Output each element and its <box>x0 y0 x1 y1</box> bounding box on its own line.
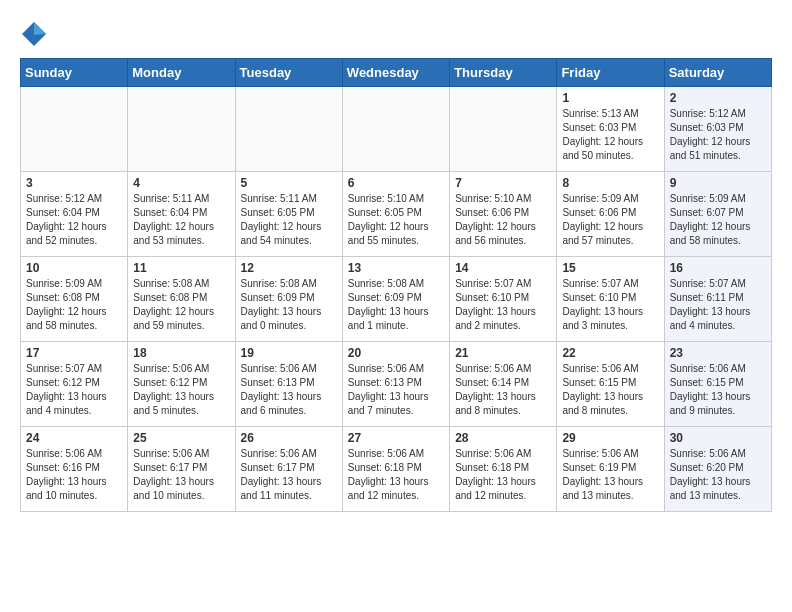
day-number: 20 <box>348 346 444 360</box>
cell-info: Sunrise: 5:06 AM Sunset: 6:17 PM Dayligh… <box>241 447 337 503</box>
day-header-sunday: Sunday <box>21 59 128 87</box>
calendar-cell: 19Sunrise: 5:06 AM Sunset: 6:13 PM Dayli… <box>235 342 342 427</box>
day-number: 24 <box>26 431 122 445</box>
day-number: 29 <box>562 431 658 445</box>
calendar-cell: 18Sunrise: 5:06 AM Sunset: 6:12 PM Dayli… <box>128 342 235 427</box>
day-number: 12 <box>241 261 337 275</box>
day-header-wednesday: Wednesday <box>342 59 449 87</box>
day-number: 2 <box>670 91 766 105</box>
logo <box>20 20 52 48</box>
cell-info: Sunrise: 5:06 AM Sunset: 6:14 PM Dayligh… <box>455 362 551 418</box>
day-header-friday: Friday <box>557 59 664 87</box>
cell-info: Sunrise: 5:09 AM Sunset: 6:06 PM Dayligh… <box>562 192 658 248</box>
day-number: 11 <box>133 261 229 275</box>
cell-info: Sunrise: 5:10 AM Sunset: 6:06 PM Dayligh… <box>455 192 551 248</box>
calendar-cell: 24Sunrise: 5:06 AM Sunset: 6:16 PM Dayli… <box>21 427 128 512</box>
day-number: 14 <box>455 261 551 275</box>
cell-info: Sunrise: 5:11 AM Sunset: 6:04 PM Dayligh… <box>133 192 229 248</box>
calendar-cell: 28Sunrise: 5:06 AM Sunset: 6:18 PM Dayli… <box>450 427 557 512</box>
calendar-cell: 3Sunrise: 5:12 AM Sunset: 6:04 PM Daylig… <box>21 172 128 257</box>
cell-info: Sunrise: 5:06 AM Sunset: 6:13 PM Dayligh… <box>241 362 337 418</box>
calendar-cell: 26Sunrise: 5:06 AM Sunset: 6:17 PM Dayli… <box>235 427 342 512</box>
calendar-table: SundayMondayTuesdayWednesdayThursdayFrid… <box>20 58 772 512</box>
day-header-monday: Monday <box>128 59 235 87</box>
calendar-cell: 27Sunrise: 5:06 AM Sunset: 6:18 PM Dayli… <box>342 427 449 512</box>
cell-info: Sunrise: 5:08 AM Sunset: 6:08 PM Dayligh… <box>133 277 229 333</box>
calendar-cell: 22Sunrise: 5:06 AM Sunset: 6:15 PM Dayli… <box>557 342 664 427</box>
svg-marker-1 <box>34 22 46 35</box>
day-number: 25 <box>133 431 229 445</box>
day-number: 9 <box>670 176 766 190</box>
cell-info: Sunrise: 5:10 AM Sunset: 6:05 PM Dayligh… <box>348 192 444 248</box>
cell-info: Sunrise: 5:06 AM Sunset: 6:19 PM Dayligh… <box>562 447 658 503</box>
cell-info: Sunrise: 5:07 AM Sunset: 6:10 PM Dayligh… <box>455 277 551 333</box>
calendar-cell: 20Sunrise: 5:06 AM Sunset: 6:13 PM Dayli… <box>342 342 449 427</box>
calendar-cell: 6Sunrise: 5:10 AM Sunset: 6:05 PM Daylig… <box>342 172 449 257</box>
day-number: 8 <box>562 176 658 190</box>
calendar-cell: 13Sunrise: 5:08 AM Sunset: 6:09 PM Dayli… <box>342 257 449 342</box>
day-number: 4 <box>133 176 229 190</box>
cell-info: Sunrise: 5:07 AM Sunset: 6:10 PM Dayligh… <box>562 277 658 333</box>
day-number: 30 <box>670 431 766 445</box>
header-row: SundayMondayTuesdayWednesdayThursdayFrid… <box>21 59 772 87</box>
day-number: 26 <box>241 431 337 445</box>
week-row-1: 1Sunrise: 5:13 AM Sunset: 6:03 PM Daylig… <box>21 87 772 172</box>
week-row-4: 17Sunrise: 5:07 AM Sunset: 6:12 PM Dayli… <box>21 342 772 427</box>
calendar-cell: 8Sunrise: 5:09 AM Sunset: 6:06 PM Daylig… <box>557 172 664 257</box>
day-number: 16 <box>670 261 766 275</box>
calendar-cell: 7Sunrise: 5:10 AM Sunset: 6:06 PM Daylig… <box>450 172 557 257</box>
calendar-cell: 23Sunrise: 5:06 AM Sunset: 6:15 PM Dayli… <box>664 342 771 427</box>
cell-info: Sunrise: 5:12 AM Sunset: 6:04 PM Dayligh… <box>26 192 122 248</box>
calendar-cell: 2Sunrise: 5:12 AM Sunset: 6:03 PM Daylig… <box>664 87 771 172</box>
week-row-5: 24Sunrise: 5:06 AM Sunset: 6:16 PM Dayli… <box>21 427 772 512</box>
cell-info: Sunrise: 5:06 AM Sunset: 6:15 PM Dayligh… <box>562 362 658 418</box>
day-number: 27 <box>348 431 444 445</box>
day-number: 23 <box>670 346 766 360</box>
day-number: 18 <box>133 346 229 360</box>
day-number: 5 <box>241 176 337 190</box>
day-number: 7 <box>455 176 551 190</box>
day-number: 10 <box>26 261 122 275</box>
page-header <box>20 20 772 48</box>
calendar-cell <box>21 87 128 172</box>
calendar-cell: 14Sunrise: 5:07 AM Sunset: 6:10 PM Dayli… <box>450 257 557 342</box>
calendar-cell <box>342 87 449 172</box>
day-number: 28 <box>455 431 551 445</box>
calendar-cell: 25Sunrise: 5:06 AM Sunset: 6:17 PM Dayli… <box>128 427 235 512</box>
day-header-saturday: Saturday <box>664 59 771 87</box>
day-header-tuesday: Tuesday <box>235 59 342 87</box>
cell-info: Sunrise: 5:06 AM Sunset: 6:18 PM Dayligh… <box>348 447 444 503</box>
day-number: 22 <box>562 346 658 360</box>
calendar-cell: 16Sunrise: 5:07 AM Sunset: 6:11 PM Dayli… <box>664 257 771 342</box>
day-number: 17 <box>26 346 122 360</box>
cell-info: Sunrise: 5:08 AM Sunset: 6:09 PM Dayligh… <box>241 277 337 333</box>
cell-info: Sunrise: 5:06 AM Sunset: 6:20 PM Dayligh… <box>670 447 766 503</box>
calendar-cell: 12Sunrise: 5:08 AM Sunset: 6:09 PM Dayli… <box>235 257 342 342</box>
day-number: 13 <box>348 261 444 275</box>
calendar-cell: 1Sunrise: 5:13 AM Sunset: 6:03 PM Daylig… <box>557 87 664 172</box>
calendar-cell: 9Sunrise: 5:09 AM Sunset: 6:07 PM Daylig… <box>664 172 771 257</box>
calendar-cell: 15Sunrise: 5:07 AM Sunset: 6:10 PM Dayli… <box>557 257 664 342</box>
cell-info: Sunrise: 5:06 AM Sunset: 6:15 PM Dayligh… <box>670 362 766 418</box>
calendar-cell: 5Sunrise: 5:11 AM Sunset: 6:05 PM Daylig… <box>235 172 342 257</box>
week-row-3: 10Sunrise: 5:09 AM Sunset: 6:08 PM Dayli… <box>21 257 772 342</box>
calendar-cell: 30Sunrise: 5:06 AM Sunset: 6:20 PM Dayli… <box>664 427 771 512</box>
day-number: 15 <box>562 261 658 275</box>
day-header-thursday: Thursday <box>450 59 557 87</box>
logo-icon <box>20 20 48 48</box>
cell-info: Sunrise: 5:06 AM Sunset: 6:16 PM Dayligh… <box>26 447 122 503</box>
day-number: 19 <box>241 346 337 360</box>
calendar-cell <box>450 87 557 172</box>
calendar-cell <box>128 87 235 172</box>
cell-info: Sunrise: 5:06 AM Sunset: 6:17 PM Dayligh… <box>133 447 229 503</box>
cell-info: Sunrise: 5:11 AM Sunset: 6:05 PM Dayligh… <box>241 192 337 248</box>
cell-info: Sunrise: 5:06 AM Sunset: 6:13 PM Dayligh… <box>348 362 444 418</box>
calendar-cell: 21Sunrise: 5:06 AM Sunset: 6:14 PM Dayli… <box>450 342 557 427</box>
day-number: 21 <box>455 346 551 360</box>
cell-info: Sunrise: 5:06 AM Sunset: 6:12 PM Dayligh… <box>133 362 229 418</box>
cell-info: Sunrise: 5:09 AM Sunset: 6:07 PM Dayligh… <box>670 192 766 248</box>
cell-info: Sunrise: 5:13 AM Sunset: 6:03 PM Dayligh… <box>562 107 658 163</box>
cell-info: Sunrise: 5:07 AM Sunset: 6:12 PM Dayligh… <box>26 362 122 418</box>
calendar-cell <box>235 87 342 172</box>
calendar-cell: 11Sunrise: 5:08 AM Sunset: 6:08 PM Dayli… <box>128 257 235 342</box>
